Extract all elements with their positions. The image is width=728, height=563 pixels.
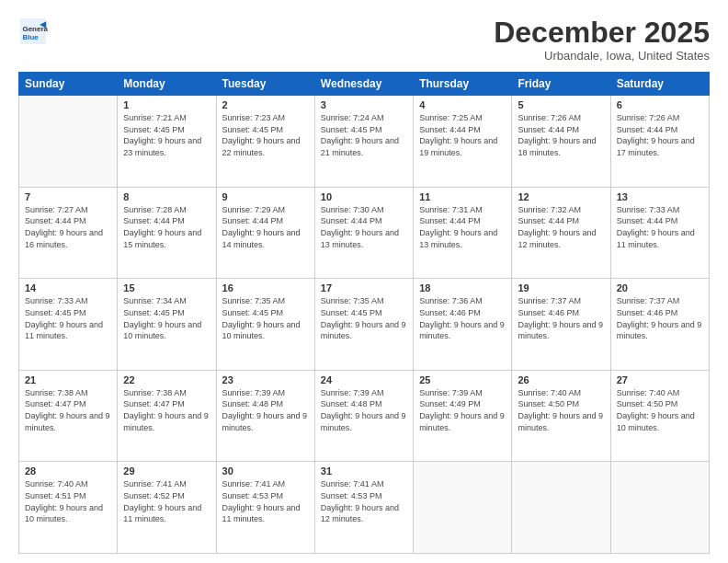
day-number: 3 bbox=[321, 99, 407, 110]
cell-sun-info: Sunrise: 7:37 AMSunset: 4:46 PMDaylight:… bbox=[518, 295, 604, 341]
calendar-cell: 14Sunrise: 7:33 AMSunset: 4:45 PMDayligh… bbox=[19, 279, 118, 371]
logo: General Blue bbox=[18, 17, 48, 46]
day-number: 4 bbox=[419, 99, 506, 110]
cell-sun-info: Sunrise: 7:28 AMSunset: 4:44 PMDaylight:… bbox=[123, 204, 210, 250]
calendar-cell: 1Sunrise: 7:21 AMSunset: 4:45 PMDaylight… bbox=[118, 96, 216, 188]
cell-sun-info: Sunrise: 7:37 AMSunset: 4:46 PMDaylight:… bbox=[617, 295, 703, 341]
day-number: 11 bbox=[419, 191, 506, 202]
cell-sun-info: Sunrise: 7:29 AMSunset: 4:44 PMDaylight:… bbox=[222, 204, 309, 250]
calendar-cell: 31Sunrise: 7:41 AMSunset: 4:53 PMDayligh… bbox=[314, 462, 413, 554]
calendar-cell: 10Sunrise: 7:30 AMSunset: 4:44 PMDayligh… bbox=[314, 187, 413, 279]
weekday-header-thursday: Thursday bbox=[414, 73, 512, 96]
cell-sun-info: Sunrise: 7:40 AMSunset: 4:50 PMDaylight:… bbox=[617, 387, 703, 433]
day-number: 24 bbox=[321, 374, 407, 385]
cell-sun-info: Sunrise: 7:25 AMSunset: 4:44 PMDaylight:… bbox=[419, 112, 506, 158]
day-number: 26 bbox=[518, 374, 604, 385]
calendar-cell: 13Sunrise: 7:33 AMSunset: 4:44 PMDayligh… bbox=[610, 187, 709, 279]
day-number: 21 bbox=[25, 374, 111, 385]
calendar-table: SundayMondayTuesdayWednesdayThursdayFrid… bbox=[18, 72, 710, 554]
day-number: 12 bbox=[518, 191, 604, 202]
calendar-cell: 3Sunrise: 7:24 AMSunset: 4:45 PMDaylight… bbox=[314, 96, 413, 188]
cell-sun-info: Sunrise: 7:32 AMSunset: 4:44 PMDaylight:… bbox=[518, 204, 604, 250]
calendar-cell: 24Sunrise: 7:39 AMSunset: 4:48 PMDayligh… bbox=[314, 370, 413, 462]
weekday-header-sunday: Sunday bbox=[19, 73, 118, 96]
calendar-cell: 20Sunrise: 7:37 AMSunset: 4:46 PMDayligh… bbox=[610, 279, 709, 371]
weekday-header-tuesday: Tuesday bbox=[216, 73, 314, 96]
calendar-cell: 18Sunrise: 7:36 AMSunset: 4:46 PMDayligh… bbox=[414, 279, 512, 371]
day-number: 10 bbox=[321, 191, 407, 202]
day-number: 7 bbox=[25, 191, 111, 202]
day-number: 22 bbox=[123, 374, 210, 385]
day-number: 8 bbox=[123, 191, 210, 202]
calendar-cell: 8Sunrise: 7:28 AMSunset: 4:44 PMDaylight… bbox=[118, 187, 216, 279]
cell-sun-info: Sunrise: 7:40 AMSunset: 4:51 PMDaylight:… bbox=[25, 478, 111, 524]
calendar-cell bbox=[610, 462, 709, 554]
day-number: 2 bbox=[222, 99, 309, 110]
logo-icon: General Blue bbox=[18, 17, 48, 46]
calendar-cell: 22Sunrise: 7:38 AMSunset: 4:47 PMDayligh… bbox=[118, 370, 216, 462]
cell-sun-info: Sunrise: 7:33 AMSunset: 4:44 PMDaylight:… bbox=[617, 204, 703, 250]
calendar-cell: 19Sunrise: 7:37 AMSunset: 4:46 PMDayligh… bbox=[512, 279, 610, 371]
calendar-cell: 11Sunrise: 7:31 AMSunset: 4:44 PMDayligh… bbox=[414, 187, 512, 279]
weekday-header-monday: Monday bbox=[118, 73, 216, 96]
weekday-header-saturday: Saturday bbox=[610, 73, 709, 96]
weekday-header-wednesday: Wednesday bbox=[314, 73, 413, 96]
cell-sun-info: Sunrise: 7:40 AMSunset: 4:50 PMDaylight:… bbox=[518, 387, 604, 433]
cell-sun-info: Sunrise: 7:36 AMSunset: 4:46 PMDaylight:… bbox=[419, 295, 506, 341]
calendar-row: 7Sunrise: 7:27 AMSunset: 4:44 PMDaylight… bbox=[19, 187, 710, 279]
day-number: 5 bbox=[518, 99, 604, 110]
day-number: 16 bbox=[222, 282, 309, 293]
calendar-cell: 29Sunrise: 7:41 AMSunset: 4:52 PMDayligh… bbox=[118, 462, 216, 554]
calendar-row: 14Sunrise: 7:33 AMSunset: 4:45 PMDayligh… bbox=[19, 279, 710, 371]
day-number: 15 bbox=[123, 282, 210, 293]
location: Urbandale, Iowa, United States bbox=[494, 49, 710, 63]
cell-sun-info: Sunrise: 7:35 AMSunset: 4:45 PMDaylight:… bbox=[222, 295, 309, 341]
calendar-cell: 9Sunrise: 7:29 AMSunset: 4:44 PMDaylight… bbox=[216, 187, 314, 279]
calendar-cell: 16Sunrise: 7:35 AMSunset: 4:45 PMDayligh… bbox=[216, 279, 314, 371]
cell-sun-info: Sunrise: 7:38 AMSunset: 4:47 PMDaylight:… bbox=[25, 387, 111, 433]
day-number: 1 bbox=[123, 99, 210, 110]
calendar-cell: 2Sunrise: 7:23 AMSunset: 4:45 PMDaylight… bbox=[216, 96, 314, 188]
header: General Blue December 2025 Urbandale, Io… bbox=[18, 17, 710, 63]
cell-sun-info: Sunrise: 7:23 AMSunset: 4:45 PMDaylight:… bbox=[222, 112, 309, 158]
calendar-cell bbox=[19, 96, 118, 188]
calendar-cell: 21Sunrise: 7:38 AMSunset: 4:47 PMDayligh… bbox=[19, 370, 118, 462]
day-number: 31 bbox=[321, 465, 407, 477]
month-title: December 2025 bbox=[494, 17, 710, 49]
cell-sun-info: Sunrise: 7:24 AMSunset: 4:45 PMDaylight:… bbox=[321, 112, 407, 158]
cell-sun-info: Sunrise: 7:21 AMSunset: 4:45 PMDaylight:… bbox=[123, 112, 210, 158]
cell-sun-info: Sunrise: 7:27 AMSunset: 4:44 PMDaylight:… bbox=[25, 204, 111, 250]
page: General Blue December 2025 Urbandale, Io… bbox=[0, 0, 728, 563]
cell-sun-info: Sunrise: 7:35 AMSunset: 4:45 PMDaylight:… bbox=[321, 295, 407, 341]
calendar-cell: 15Sunrise: 7:34 AMSunset: 4:45 PMDayligh… bbox=[118, 279, 216, 371]
day-number: 23 bbox=[222, 374, 309, 385]
calendar-cell bbox=[512, 462, 610, 554]
weekday-header-friday: Friday bbox=[512, 73, 610, 96]
cell-sun-info: Sunrise: 7:26 AMSunset: 4:44 PMDaylight:… bbox=[518, 112, 604, 158]
calendar-cell: 30Sunrise: 7:41 AMSunset: 4:53 PMDayligh… bbox=[216, 462, 314, 554]
cell-sun-info: Sunrise: 7:33 AMSunset: 4:45 PMDaylight:… bbox=[25, 295, 111, 341]
day-number: 17 bbox=[321, 282, 407, 293]
cell-sun-info: Sunrise: 7:31 AMSunset: 4:44 PMDaylight:… bbox=[419, 204, 506, 250]
day-number: 18 bbox=[419, 282, 506, 293]
day-number: 27 bbox=[617, 374, 703, 385]
calendar-cell: 28Sunrise: 7:40 AMSunset: 4:51 PMDayligh… bbox=[19, 462, 118, 554]
cell-sun-info: Sunrise: 7:34 AMSunset: 4:45 PMDaylight:… bbox=[123, 295, 210, 341]
day-number: 30 bbox=[222, 465, 309, 477]
day-number: 13 bbox=[617, 191, 703, 202]
cell-sun-info: Sunrise: 7:39 AMSunset: 4:48 PMDaylight:… bbox=[321, 387, 407, 433]
cell-sun-info: Sunrise: 7:39 AMSunset: 4:49 PMDaylight:… bbox=[419, 387, 506, 433]
title-block: December 2025 Urbandale, Iowa, United St… bbox=[494, 17, 710, 63]
day-number: 9 bbox=[222, 191, 309, 202]
weekday-header-row: SundayMondayTuesdayWednesdayThursdayFrid… bbox=[19, 73, 710, 96]
calendar-cell: 7Sunrise: 7:27 AMSunset: 4:44 PMDaylight… bbox=[19, 187, 118, 279]
calendar-cell: 17Sunrise: 7:35 AMSunset: 4:45 PMDayligh… bbox=[314, 279, 413, 371]
cell-sun-info: Sunrise: 7:30 AMSunset: 4:44 PMDaylight:… bbox=[321, 204, 407, 250]
day-number: 25 bbox=[419, 374, 506, 385]
calendar-row: 21Sunrise: 7:38 AMSunset: 4:47 PMDayligh… bbox=[19, 370, 710, 462]
calendar-row: 1Sunrise: 7:21 AMSunset: 4:45 PMDaylight… bbox=[19, 96, 710, 188]
cell-sun-info: Sunrise: 7:41 AMSunset: 4:53 PMDaylight:… bbox=[222, 478, 309, 524]
calendar-cell: 25Sunrise: 7:39 AMSunset: 4:49 PMDayligh… bbox=[414, 370, 512, 462]
calendar-cell: 6Sunrise: 7:26 AMSunset: 4:44 PMDaylight… bbox=[610, 96, 709, 188]
day-number: 20 bbox=[617, 282, 703, 293]
